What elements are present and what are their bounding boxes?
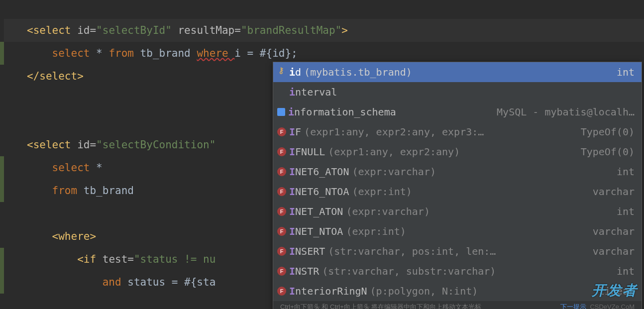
code-line: <select id="selectById" resultMap="brand…: [4, 19, 644, 42]
completion-name: INET_ATON: [289, 206, 343, 217]
completion-type: int: [617, 66, 635, 78]
completion-name: INSERT: [289, 245, 325, 257]
completion-name: IF: [289, 126, 301, 138]
completion-name: INET6_NTOA: [289, 186, 349, 198]
completion-item[interactable]: FINET6_NTOA(expr:int)varchar: [273, 182, 642, 202]
completion-type: varchar: [593, 225, 635, 237]
completion-item[interactable]: FINSTR(str:varchar, substr:varchar)int: [273, 261, 642, 281]
function-icon: F: [277, 187, 286, 196]
completion-signature: (expr:varchar): [346, 206, 430, 217]
completion-item[interactable]: FINET_NTOA(expr:int)varchar: [273, 221, 642, 241]
completion-signature: (expr:int): [352, 186, 412, 198]
completion-signature: (str:varchar, substr:varchar): [322, 265, 496, 277]
completion-name: INET6_ATON: [289, 166, 349, 178]
completion-name: InteriorRingN: [289, 285, 367, 297]
completion-type: MySQL - mybatis@localh…: [497, 106, 635, 118]
completion-hint-bar: Ctrl+向下箭头 和 Ctrl+向上箭头 将在编辑器中向下和向上移动文本光标 …: [273, 301, 642, 309]
function-icon: F: [277, 127, 286, 136]
completion-extra: CSDeVZe.CoM: [590, 303, 635, 309]
completion-name: INSTR: [289, 265, 319, 277]
completion-hint-text: Ctrl+向下箭头 和 Ctrl+向上箭头 将在编辑器中向下和向上移动文本光标: [280, 303, 481, 309]
completion-signature: (expr:varchar): [352, 166, 436, 178]
completion-signature: (str:varchar, pos:int, len:…: [328, 245, 496, 257]
completion-signature: (p:polygon, N:int): [370, 285, 478, 297]
completion-type: int: [617, 206, 635, 217]
completion-type: TypeOf(0): [581, 126, 635, 138]
function-icon: F: [277, 167, 286, 176]
watermark-text: 开发者: [592, 281, 638, 300]
function-icon: F: [277, 207, 286, 216]
completion-hint-link[interactable]: 下一提示: [560, 303, 586, 309]
completion-item[interactable]: FINET_ATON(expr:varchar)int: [273, 202, 642, 221]
completion-item[interactable]: information_schemaMySQL - mybatis@localh…: [273, 102, 642, 122]
completion-item[interactable]: interval: [273, 82, 642, 102]
completion-item[interactable]: FINET6_ATON(expr:varchar)int: [273, 162, 642, 182]
function-icon: F: [277, 247, 286, 256]
completion-type: varchar: [593, 245, 635, 257]
completion-name: IFNULL: [289, 146, 325, 158]
completion-signature: (expr:int): [346, 225, 406, 237]
completion-name: INET_NTOA: [289, 225, 343, 237]
key-icon: [277, 68, 286, 77]
completion-name: interval: [289, 86, 337, 98]
completion-type: varchar: [593, 186, 635, 198]
completion-item[interactable]: FINSERT(str:varchar, pos:int, len:…varch…: [273, 241, 642, 261]
function-icon: F: [277, 147, 286, 156]
completion-item[interactable]: FInteriorRingN(p:polygon, N:int)linear: [273, 281, 642, 301]
completion-type: int: [617, 166, 635, 178]
completion-signature: (expr1:any, expr2:any, expr3:…: [304, 126, 484, 138]
completion-signature: (expr1:any, expr2:any): [328, 146, 460, 158]
function-icon: F: [277, 267, 286, 276]
function-icon: F: [277, 287, 286, 296]
function-icon: F: [277, 227, 286, 236]
completion-item[interactable]: FIFNULL(expr1:any, expr2:any)TypeOf(0): [273, 142, 642, 162]
completion-popup[interactable]: id (mybatis.tb_brand)intintervalinformat…: [273, 62, 642, 309]
completion-name: id: [289, 66, 301, 78]
completion-item[interactable]: FIF(expr1:any, expr2:any, expr3:…TypeOf(…: [273, 122, 642, 142]
completion-type: int: [617, 265, 635, 277]
completion-name: information_schema: [288, 106, 396, 118]
completion-type: TypeOf(0): [581, 146, 635, 158]
completion-item[interactable]: id (mybatis.tb_brand)int: [273, 62, 642, 82]
schema-icon: [277, 108, 285, 116]
completion-signature: (mybatis.tb_brand): [304, 66, 412, 78]
